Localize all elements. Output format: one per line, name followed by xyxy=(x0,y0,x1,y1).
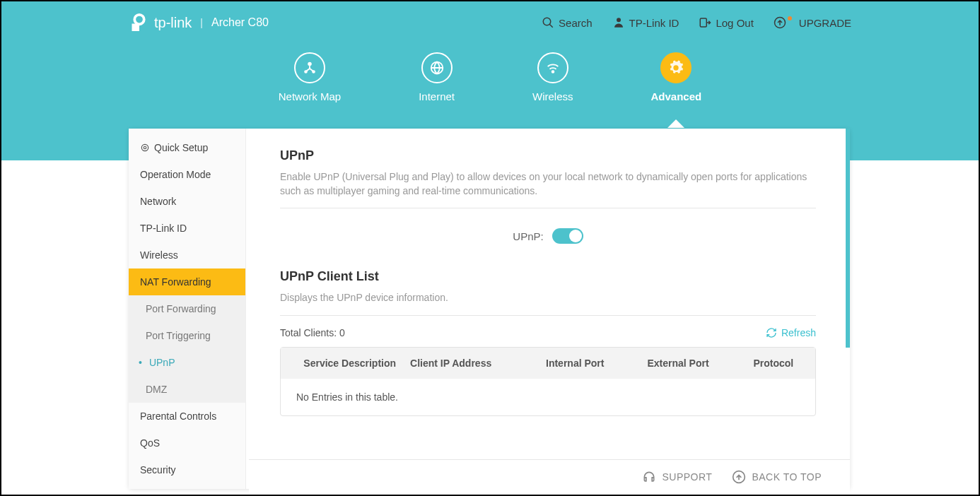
nav-network-map-label: Network Map xyxy=(279,90,341,102)
svg-rect-5 xyxy=(701,18,707,27)
svg-point-4 xyxy=(617,18,621,22)
svg-point-7 xyxy=(308,62,312,66)
tplink-id-label: TP-Link ID xyxy=(629,17,679,29)
sidebar-item-network[interactable]: Network xyxy=(129,188,245,215)
headset-icon xyxy=(642,470,656,484)
gear-icon xyxy=(668,60,684,76)
search-label: Search xyxy=(559,17,593,29)
wifi-icon xyxy=(545,60,561,76)
total-clients-label: Total Clients: 0 xyxy=(280,327,345,338)
svg-point-13 xyxy=(144,146,146,149)
nav-internet[interactable]: Internet xyxy=(419,52,455,102)
back-to-top-link[interactable]: BACK TO TOP xyxy=(732,470,822,484)
arrow-up-circle-icon xyxy=(732,470,746,484)
col-internal-port: Internal Port xyxy=(525,348,624,379)
upgrade-action[interactable]: UPGRADE xyxy=(774,16,851,29)
sidebar: Quick Setup Operation Mode Network TP-Li… xyxy=(129,129,246,489)
brand-name: tp-link xyxy=(154,15,192,31)
content-area: UPnP Enable UPnP (Universal Plug and Pla… xyxy=(246,129,850,489)
sidebar-item-parental-controls[interactable]: Parental Controls xyxy=(129,403,245,430)
sidebar-item-security[interactable]: Security xyxy=(129,456,245,483)
scrollbar-indicator[interactable] xyxy=(846,129,850,348)
sidebar-sub-upnp[interactable]: UPnP xyxy=(129,349,245,376)
brand-logo[interactable]: tp-link xyxy=(129,12,192,33)
svg-point-3 xyxy=(543,18,551,25)
search-action[interactable]: Search xyxy=(542,16,593,29)
col-external-port: External Port xyxy=(624,348,731,379)
col-protocol: Protocol xyxy=(732,348,815,379)
main-nav: Network Map Internet Wireless Advanced xyxy=(1,44,979,102)
topbar: tp-link | Archer C80 Search TP-Link ID L… xyxy=(1,1,979,44)
upgrade-icon xyxy=(774,16,786,29)
upnp-toggle-row: UPnP: xyxy=(280,228,816,244)
svg-point-2 xyxy=(138,18,141,21)
col-client-ip: Client IP Address xyxy=(403,348,525,379)
sidebar-quick-setup-label: Quick Setup xyxy=(154,142,208,153)
user-icon xyxy=(612,16,625,29)
logout-icon xyxy=(699,16,711,29)
logout-action[interactable]: Log Out xyxy=(699,16,753,29)
tplink-id-action[interactable]: TP-Link ID xyxy=(612,16,679,29)
toggle-knob xyxy=(569,230,582,242)
sidebar-sub-dmz[interactable]: DMZ xyxy=(129,376,245,403)
sidebar-item-wireless[interactable]: Wireless xyxy=(129,242,245,268)
upnp-section-title: UPnP xyxy=(280,148,816,163)
top-actions: Search TP-Link ID Log Out UPGRADE xyxy=(542,16,851,29)
upgrade-label: UPGRADE xyxy=(799,17,851,29)
table-empty-message: No Entries in this table. xyxy=(281,379,815,415)
sidebar-item-tplink-id[interactable]: TP-Link ID xyxy=(129,215,245,242)
sidebar-item-nat-forwarding[interactable]: NAT Forwarding xyxy=(129,268,245,295)
col-service-description: Service Description xyxy=(281,348,403,379)
client-table: Service Description Client IP Address In… xyxy=(280,347,816,416)
footer-bar: SUPPORT BACK TO TOP xyxy=(249,459,850,493)
table-header: Service Description Client IP Address In… xyxy=(281,348,815,379)
svg-point-12 xyxy=(141,144,148,150)
refresh-icon xyxy=(766,327,777,338)
sidebar-item-qos[interactable]: QoS xyxy=(129,430,245,456)
back-to-top-label: BACK TO TOP xyxy=(752,471,822,483)
table-toolbar: Total Clients: 0 Refresh xyxy=(280,327,816,338)
upgrade-notification-dot xyxy=(788,16,792,20)
sidebar-sub-port-forwarding[interactable]: Port Forwarding xyxy=(129,295,245,322)
nav-advanced-label: Advanced xyxy=(651,90,702,102)
upnp-toggle[interactable] xyxy=(552,228,583,244)
support-link[interactable]: SUPPORT xyxy=(642,470,712,484)
svg-rect-1 xyxy=(132,24,140,32)
sidebar-sub-port-triggering[interactable]: Port Triggering xyxy=(129,322,245,349)
main-container: Quick Setup Operation Mode Network TP-Li… xyxy=(129,129,850,489)
sidebar-item-operation-mode[interactable]: Operation Mode xyxy=(129,161,245,188)
refresh-button[interactable]: Refresh xyxy=(766,327,816,338)
nav-advanced[interactable]: Advanced xyxy=(651,52,702,102)
network-map-icon xyxy=(302,60,317,76)
upnp-toggle-label: UPnP: xyxy=(513,230,543,242)
client-list-description: Displays the UPnP device information. xyxy=(280,291,816,316)
svg-point-11 xyxy=(552,71,554,73)
nav-wireless[interactable]: Wireless xyxy=(532,52,573,102)
globe-icon xyxy=(429,60,445,76)
brand-divider: | xyxy=(200,17,203,28)
nav-network-map[interactable]: Network Map xyxy=(279,52,341,102)
search-icon xyxy=(542,16,554,29)
sidebar-item-quick-setup[interactable]: Quick Setup xyxy=(129,134,245,161)
tplink-logo-icon xyxy=(129,12,150,33)
logout-label: Log Out xyxy=(716,17,753,29)
model-name: Archer C80 xyxy=(211,16,269,29)
target-icon xyxy=(140,143,150,153)
upnp-section-description: Enable UPnP (Universal Plug and Play) to… xyxy=(280,170,816,208)
client-list-title: UPnP Client List xyxy=(280,269,816,284)
nav-wireless-label: Wireless xyxy=(532,90,573,102)
refresh-label: Refresh xyxy=(781,327,816,338)
support-label: SUPPORT xyxy=(662,471,712,483)
nav-internet-label: Internet xyxy=(419,90,455,102)
